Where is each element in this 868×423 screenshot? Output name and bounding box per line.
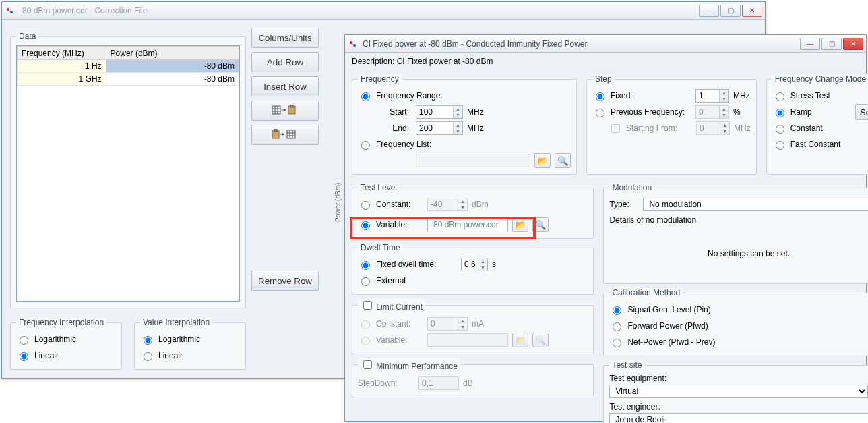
window-fixed-power-test: CI Fixed power at -80 dBm - Conducted Im… <box>344 34 867 422</box>
app-icon <box>348 38 359 49</box>
radio-constant[interactable] <box>776 125 784 134</box>
grid-to-clipboard-icon <box>272 105 298 115</box>
search-icon: 🔍 <box>557 156 569 166</box>
search-limit-button: 🔍 <box>532 333 549 347</box>
group-limit-current: Limit Current Constant: ▲▼ mA Variable: … <box>352 299 594 354</box>
engineer-label: Test engineer: <box>609 402 868 412</box>
copy-grid-button[interactable] <box>251 101 319 121</box>
radio-step-fixed[interactable] <box>596 92 604 101</box>
variable-file-input[interactable] <box>427 218 508 231</box>
radio-frequency-list[interactable] <box>361 141 370 150</box>
vaxis-label: Power (dBm) <box>334 183 342 222</box>
data-table[interactable]: Frequency (MHz) Power (dBm) 1 Hz-80 dBm1… <box>16 45 240 302</box>
spin-down-icon[interactable]: ▼ <box>478 264 487 271</box>
radio-freq-lin[interactable] <box>20 352 28 361</box>
radio-limit-variable <box>361 337 370 345</box>
group-step: Step Fixed: ▲▼ MHz Previous Frequency: ▲… <box>586 74 757 175</box>
svg-rect-4 <box>290 105 293 107</box>
search-icon: 🔍 <box>535 220 547 230</box>
check-starting-from <box>611 124 620 133</box>
radio-ramp[interactable] <box>776 109 784 117</box>
svg-rect-7 <box>287 130 295 138</box>
open-variable-file-button[interactable]: 📂 <box>512 217 528 232</box>
group-val-interp: Value Interpolation Logarithmic Lineair <box>134 318 246 370</box>
spin-down-icon[interactable]: ▼ <box>453 128 462 134</box>
close-button[interactable]: ✕ <box>843 38 863 50</box>
group-freq-interp: Frequency Interpolation Logarithmic Line… <box>10 318 122 370</box>
col-power[interactable]: Power (dBm) <box>106 47 239 60</box>
modulation-type-select[interactable]: No modulation <box>643 198 868 211</box>
radio-fast-constant[interactable] <box>776 141 784 150</box>
minimize-button[interactable]: — <box>800 38 820 50</box>
radio-step-prev[interactable] <box>596 109 604 117</box>
titlebar-test[interactable]: CI Fixed power at -80 dBm - Conducted Im… <box>345 35 866 53</box>
folder-open-icon: 📂 <box>515 220 526 230</box>
clipboard-to-grid-icon <box>272 129 298 140</box>
folder-open-icon: 📂 <box>537 156 549 166</box>
check-limit-current[interactable] <box>363 301 372 310</box>
check-min-performance[interactable] <box>363 360 372 369</box>
spin-up-icon[interactable]: ▲ <box>478 258 487 264</box>
radio-val-log[interactable] <box>144 336 152 345</box>
maximize-button[interactable]: ▢ <box>822 38 842 50</box>
svg-rect-2 <box>272 106 280 114</box>
spin-up-icon[interactable]: ▲ <box>453 106 462 112</box>
group-data: Data Frequency (MHz) Power (dBm) 1 Hz-80… <box>10 32 246 308</box>
limit-variable-input <box>427 333 508 347</box>
open-limit-file-button: 📂 <box>512 333 528 347</box>
svg-rect-6 <box>274 129 277 132</box>
spin-down-icon: ▼ <box>719 112 728 118</box>
group-frequency-change-mode: Frequency Change Mode Stress Test Ramp S… <box>766 74 868 175</box>
description-label: Description: <box>352 57 394 66</box>
group-test-site: Test site Test equipment: Virtual Test e… <box>603 360 868 423</box>
search-button[interactable]: 🔍 <box>555 153 571 168</box>
stepdown-input <box>418 376 459 390</box>
radio-freq-log[interactable] <box>20 336 28 345</box>
description-value: CI Fixed power at -80 dBm <box>397 57 493 66</box>
engineer-select[interactable]: John de Rooij <box>609 413 868 423</box>
table-row[interactable]: 1 GHz-80 dBm <box>18 73 239 86</box>
table-row[interactable]: 1 Hz-80 dBm <box>18 60 239 73</box>
frequency-list-input <box>416 154 530 167</box>
group-test-level: Test Level Constant: ▲▼ dBm Variable: 📂 <box>352 183 594 239</box>
columns-units-button[interactable]: Colums/Units <box>251 28 319 48</box>
modulation-details-label: Details of no modulation <box>609 215 868 225</box>
window-title: -80 dBm power.cor - Correction File <box>20 6 699 16</box>
add-row-button[interactable]: Add Row <box>251 52 319 72</box>
equipment-label: Test equipment: <box>609 374 868 383</box>
radio-dwell-external[interactable] <box>361 277 370 286</box>
radio-test-variable[interactable] <box>361 221 370 230</box>
remove-row-button[interactable]: Remove Row <box>251 271 319 291</box>
radio-limit-constant <box>361 320 370 329</box>
radio-frequency-range[interactable] <box>361 92 370 101</box>
radio-test-constant[interactable] <box>361 201 370 210</box>
search-variable-button[interactable]: 🔍 <box>532 217 549 232</box>
group-calibration-method: Calibration Method Signal Gen. Level (Pi… <box>603 288 868 356</box>
open-file-button[interactable]: 📂 <box>534 153 551 168</box>
insert-row-button[interactable]: Insert Row <box>251 76 319 96</box>
close-button[interactable]: ✕ <box>742 5 762 17</box>
col-frequency[interactable]: Frequency (MHz) <box>18 47 106 60</box>
radio-stress-test[interactable] <box>776 92 784 101</box>
window-title: CI Fixed power at -80 dBm - Conducted Im… <box>363 39 800 49</box>
radio-dwell-fixed[interactable] <box>361 261 370 270</box>
paste-grid-button[interactable] <box>251 125 319 145</box>
search-icon: 🔍 <box>535 335 547 345</box>
radio-cal-pfwd[interactable] <box>613 322 621 331</box>
radio-val-lin[interactable] <box>144 352 152 361</box>
spin-down-icon[interactable]: ▼ <box>719 96 728 102</box>
setup-button[interactable]: Setup <box>855 104 868 120</box>
spin-up-icon[interactable]: ▲ <box>453 122 462 128</box>
group-dwell-time: Dwell Time Fixed dwell time: ▲▼ s Extern… <box>352 243 594 295</box>
modulation-no-settings: No settings can be set. <box>609 249 868 258</box>
titlebar-correction[interactable]: -80 dBm power.cor - Correction File — ▢ … <box>2 2 765 20</box>
maximize-button[interactable]: ▢ <box>720 5 741 17</box>
radio-cal-pin[interactable] <box>613 306 621 315</box>
minimize-button[interactable]: — <box>699 5 719 17</box>
spin-up-icon[interactable]: ▲ <box>719 90 728 96</box>
spin-down-icon[interactable]: ▼ <box>453 112 462 118</box>
radio-cal-net[interactable] <box>613 339 621 347</box>
group-modulation: Modulation Type: No modulation Details o… <box>603 183 868 284</box>
spin-up-icon: ▲ <box>719 106 728 112</box>
equipment-select[interactable]: Virtual <box>609 385 867 398</box>
